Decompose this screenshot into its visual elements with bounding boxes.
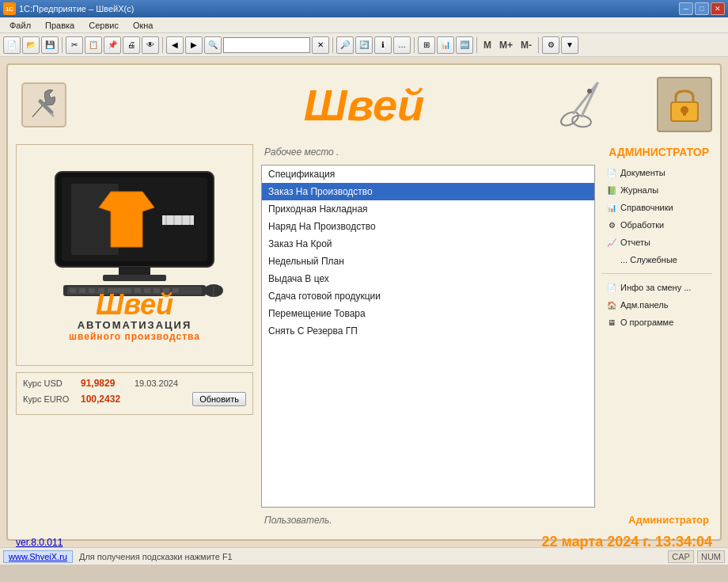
- menu-service[interactable]: Сервис: [82, 20, 125, 31]
- toolbar-refresh[interactable]: 🔄: [355, 36, 373, 54]
- search-input[interactable]: [223, 37, 310, 53]
- num-badge: NUM: [697, 550, 725, 563]
- nav-item-production-order[interactable]: Заказ На Производство: [262, 183, 594, 200]
- menu-about[interactable]: 🖥 О программе: [601, 314, 712, 330]
- toolbar-clear-search[interactable]: ✕: [312, 36, 329, 54]
- window-title: 1С:Предприятие – ШвейХ(с): [19, 4, 134, 13]
- menu-references[interactable]: 📊 Справочники: [601, 200, 712, 215]
- datetime-display: 22 марта 2024 г. 13:34:04: [542, 534, 713, 550]
- toolbar-table[interactable]: ⊞: [418, 36, 435, 54]
- logo-box: Швей АВТОМАТИЗАЦИЯ швейного производства: [16, 144, 253, 366]
- documents-icon: 📄: [606, 167, 617, 178]
- menu-file[interactable]: Файл: [3, 20, 37, 31]
- toolbar-copy[interactable]: 📋: [85, 36, 102, 54]
- main-panel: Швей: [6, 63, 722, 541]
- toolbar-forward[interactable]: ▶: [185, 36, 203, 54]
- euro-row: Курс EURO 100,2432 Обновить: [23, 392, 246, 406]
- euro-label: Курс EURO: [23, 394, 74, 404]
- maximize-button[interactable]: □: [695, 2, 709, 15]
- right-menu-group-1: 📄 Документы 📗 Журналы 📊 Справочники: [601, 165, 712, 268]
- minimize-button[interactable]: ─: [679, 2, 693, 15]
- toolbar-save[interactable]: 💾: [41, 36, 59, 54]
- nav-item-specification[interactable]: Спецификация: [262, 165, 594, 183]
- svg-rect-20: [103, 275, 166, 281]
- logo-text: Швей: [304, 80, 425, 130]
- usd-value: 91,9829: [81, 378, 128, 389]
- toolbar-settings[interactable]: ⚙: [542, 36, 559, 54]
- references-icon: 📊: [606, 202, 617, 213]
- toolbar-sep-6: [538, 37, 539, 53]
- processing-icon: ⚙: [606, 219, 617, 230]
- title-bar: 1С 1С:Предприятие – ШвейХ(с) ─ □ ✕: [0, 0, 728, 17]
- workplace-label: Рабочее место .: [264, 146, 339, 158]
- panel-footer: ver.8.0.011 22 марта 2024 г. 13:34:04: [16, 534, 712, 550]
- nav-item-receipt[interactable]: Приходная Накладная: [262, 200, 594, 218]
- content-row: Швей АВТОМАТИЗАЦИЯ швейного производства…: [16, 144, 712, 527]
- reports-icon: 📈: [606, 237, 617, 248]
- close-button[interactable]: ✕: [711, 2, 725, 15]
- toolbar-open[interactable]: 📂: [22, 36, 40, 54]
- svg-rect-19: [119, 267, 150, 275]
- menu-content: Спецификация Заказ На Производство Прихо…: [261, 165, 712, 508]
- nav-item-cut-order[interactable]: Заказ На Крой: [262, 235, 594, 253]
- menu-bar: Файл Правка Сервис Окна: [0, 17, 728, 33]
- euro-value: 100,2432: [81, 394, 128, 405]
- usd-date: 19.03.2024: [135, 378, 178, 388]
- menu-windows[interactable]: Окна: [127, 20, 160, 31]
- toolbar-m-label: М: [480, 40, 495, 51]
- header-logo: Швей: [71, 79, 657, 131]
- toolbar-mplus-label: М+: [496, 40, 516, 51]
- status-hint: Для получения подсказки нажмите F1: [79, 552, 233, 561]
- toolbar-sep-2: [162, 37, 163, 53]
- svg-rect-14: [162, 215, 194, 225]
- nav-item-transfer[interactable]: Перемещение Товара: [262, 305, 594, 322]
- app-icon: 1С: [3, 2, 16, 15]
- nav-item-issue-to-shop[interactable]: Выдача В цех: [262, 270, 594, 287]
- menu-processing[interactable]: ⚙ Обработки: [601, 217, 712, 233]
- toolbar-chart[interactable]: 📊: [437, 36, 454, 54]
- toolbar-more[interactable]: …: [393, 36, 411, 54]
- toolbar-paste[interactable]: 📌: [104, 36, 121, 54]
- nav-item-unreserve[interactable]: Снять С Резерва ГП: [262, 322, 594, 340]
- toolbar-sep-4: [414, 37, 415, 53]
- menu-documents[interactable]: 📄 Документы: [601, 165, 712, 181]
- admin-panel-icon: 🏠: [606, 299, 617, 310]
- toolbar-new[interactable]: 📄: [3, 36, 21, 54]
- usd-row: Курс USD 91,9829 19.03.2024: [23, 378, 246, 389]
- menu-edit[interactable]: Правка: [39, 20, 81, 31]
- toolbar-search-btn[interactable]: 🔍: [204, 36, 222, 54]
- nav-list: Спецификация Заказ На Производство Прихо…: [261, 165, 595, 508]
- toolbar-print[interactable]: 🖨: [123, 36, 140, 54]
- toolbar-back[interactable]: ◀: [166, 36, 184, 54]
- toolbar-preview[interactable]: 👁: [142, 36, 159, 54]
- left-panel: Швей АВТОМАТИЗАЦИЯ швейного производства…: [16, 144, 253, 527]
- panel-header: Швей: [16, 73, 712, 136]
- refresh-button[interactable]: Обновить: [192, 392, 246, 406]
- nav-item-finished-goods[interactable]: Сдача готовой продукции: [262, 287, 594, 305]
- version-link[interactable]: ver.8.0.011: [16, 537, 63, 548]
- toolbar-sep-1: [62, 37, 63, 53]
- menu-reports[interactable]: 📈 Отчеты: [601, 234, 712, 250]
- service-icon: [606, 254, 617, 265]
- toolbar-find[interactable]: 🔎: [336, 36, 354, 54]
- menu-journals[interactable]: 📗 Журналы: [601, 182, 712, 198]
- tools-icon: [16, 77, 71, 132]
- svg-rect-10: [683, 110, 686, 116]
- toolbar-cut[interactable]: ✂: [66, 36, 83, 54]
- toolbar-info[interactable]: ℹ: [374, 36, 392, 54]
- website-link[interactable]: www.ShveiX.ru: [3, 550, 73, 563]
- toolbar-abc[interactable]: 🔤: [456, 36, 473, 54]
- menu-shift-info[interactable]: 📄 Инфо за смену ...: [601, 280, 712, 295]
- toolbar-sep-5: [476, 37, 477, 53]
- usd-label: Курс USD: [23, 378, 74, 388]
- nav-item-weekly-plan[interactable]: Недельный План: [262, 253, 594, 270]
- user-footer: Пользователь. Администратор: [261, 512, 712, 527]
- menu-admin-panel[interactable]: 🏠 Адм.панель: [601, 297, 712, 313]
- cap-badge: CAP: [668, 550, 694, 563]
- nav-item-work-order[interactable]: Наряд На Производство: [262, 218, 594, 235]
- shift-info-icon: 📄: [606, 282, 617, 293]
- right-menu-divider: [601, 273, 712, 274]
- toolbar-extra[interactable]: ▼: [561, 36, 578, 54]
- user-value: Администратор: [628, 514, 709, 526]
- menu-service[interactable]: ... Служебные: [601, 252, 712, 268]
